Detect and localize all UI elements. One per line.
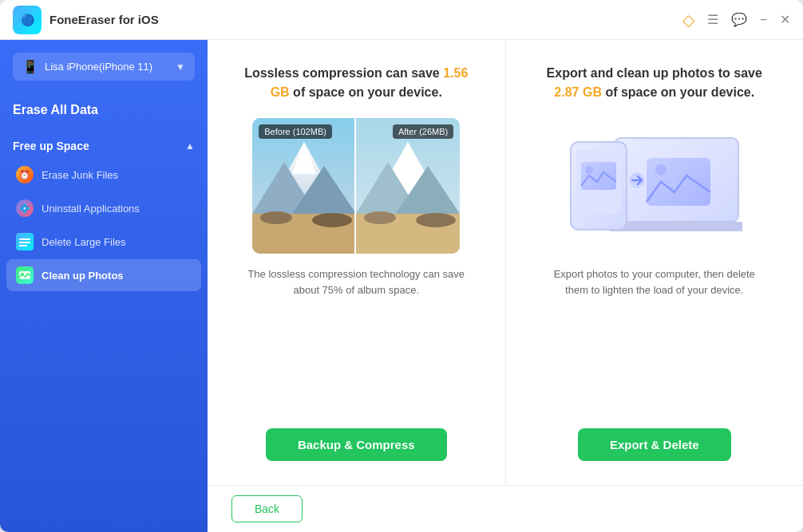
device-selector[interactable]: 📱 Lisa iPhone(iPhone 11) ▼	[13, 53, 195, 81]
export-description: Export photos to your computer, then del…	[538, 266, 772, 298]
sidebar-item-delete-large[interactable]: Delete Large Files	[6, 226, 201, 258]
sidebar: 📱 Lisa iPhone(iPhone 11) ▼ Erase All Dat…	[0, 40, 208, 532]
svg-point-20	[312, 213, 352, 227]
compress-panel: Lossless compression can save 1.56 GB of…	[208, 40, 506, 485]
content-area: Lossless compression can save 1.56 GB of…	[208, 40, 803, 532]
backup-compress-button[interactable]: Backup & Compress	[266, 428, 447, 461]
cleanup-photos-icon	[16, 266, 34, 284]
device-name: Lisa iPhone(iPhone 11)	[45, 61, 169, 73]
export-highlight-value: 2.87 GB	[554, 85, 602, 99]
export-panel-title: Export and clean up photos to save 2.87 …	[538, 64, 772, 102]
device-dropdown-chevron: ▼	[176, 61, 185, 73]
free-up-space-label: Free up Space	[13, 140, 89, 152]
menu-icon[interactable]: ☰	[707, 12, 718, 27]
export-title-suffix: of space on your device.	[602, 85, 754, 99]
export-panel: Export and clean up photos to save 2.87 …	[506, 40, 804, 485]
svg-point-36	[655, 164, 667, 175]
export-delete-button[interactable]: Export & Delete	[578, 428, 731, 461]
delete-large-label: Delete Large Files	[42, 236, 126, 248]
free-up-space-chevron: ▲	[185, 140, 195, 152]
erase-junk-label: Erase Junk Files	[42, 169, 118, 181]
uninstall-icon: 💠	[16, 199, 34, 217]
erase-all-data-label[interactable]: Erase All Data	[13, 97, 195, 124]
cleanup-photos-label: Clean up Photos	[42, 270, 124, 282]
svg-rect-35	[647, 158, 710, 206]
svg-point-28	[416, 213, 456, 227]
compress-description: The lossless compression technology can …	[239, 266, 473, 298]
close-button[interactable]: ✕	[780, 12, 790, 27]
phone-icon: 📱	[22, 59, 38, 74]
svg-rect-7	[19, 238, 30, 240]
minimize-button[interactable]: −	[760, 13, 767, 27]
diamond-icon[interactable]: ◇	[682, 10, 694, 30]
svg-rect-33	[581, 162, 616, 190]
sidebar-item-uninstall[interactable]: 💠 Uninstall Applications	[6, 192, 201, 224]
svg-point-19	[260, 211, 292, 224]
before-after-comparison: Before (102MB)	[252, 118, 460, 254]
before-image: Before (102MB)	[252, 118, 356, 254]
compress-title-suffix: of space on your device.	[290, 85, 442, 99]
compress-title-prefix: Lossless compression can save	[244, 66, 443, 80]
svg-text:🔵: 🔵	[21, 14, 35, 27]
app-title: FoneEraser for iOS	[49, 13, 159, 26]
sidebar-item-erase-junk[interactable]: ⏰ Erase Junk Files	[6, 159, 201, 191]
delete-large-icon	[16, 233, 34, 250]
free-up-space-section: Free up Space ▲	[0, 133, 208, 293]
before-label: Before (102MB)	[259, 124, 332, 139]
title-bar: 🔵 FoneEraser for iOS ◇ ☰ 💬 − ✕	[0, 0, 803, 40]
svg-rect-8	[19, 242, 30, 243]
svg-point-27	[364, 211, 396, 224]
free-up-space-header[interactable]: Free up Space ▲	[6, 133, 201, 159]
svg-point-34	[585, 166, 593, 174]
compress-panel-title: Lossless compression can save 1.56 GB of…	[239, 64, 473, 102]
sidebar-item-cleanup-photos[interactable]: Clean up Photos	[6, 259, 201, 291]
svg-rect-9	[19, 245, 27, 246]
export-illustration	[567, 118, 742, 254]
main-layout: 📱 Lisa iPhone(iPhone 11) ▼ Erase All Dat…	[0, 40, 803, 532]
after-image: After (26MB)	[356, 118, 460, 254]
app-logo: 🔵	[13, 6, 42, 34]
export-title-prefix: Export and clean up photos to save	[547, 66, 762, 80]
svg-text:💠: 💠	[19, 203, 30, 214]
content-footer: Back	[208, 485, 803, 532]
erase-junk-icon: ⏰	[16, 166, 34, 183]
back-button[interactable]: Back	[231, 495, 303, 522]
title-bar-controls: ◇ ☰ 💬 − ✕	[682, 10, 790, 30]
uninstall-label: Uninstall Applications	[42, 203, 140, 215]
chat-icon[interactable]: 💬	[731, 12, 747, 27]
title-bar-left: 🔵 FoneEraser for iOS	[13, 6, 159, 34]
after-label: After (26MB)	[393, 124, 453, 139]
erase-section: Erase All Data	[0, 97, 208, 133]
svg-text:⏰: ⏰	[19, 169, 30, 180]
app-window: 🔵 FoneEraser for iOS ◇ ☰ 💬 − ✕ 📱 Lisa iP…	[0, 0, 803, 532]
content-main: Lossless compression can save 1.56 GB of…	[208, 40, 803, 485]
